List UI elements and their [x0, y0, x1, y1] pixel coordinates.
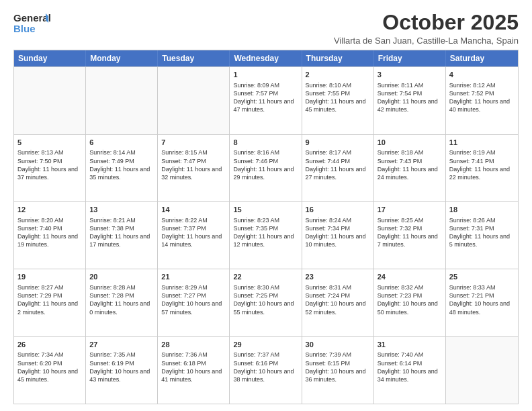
- cell-content: Sunrise: 8:30 AMSunset: 7:25 PMDaylight:…: [233, 283, 298, 316]
- day-number: 8: [233, 138, 298, 148]
- page: General Blue October 2025 Villarta de Sa…: [0, 0, 532, 411]
- calendar-row: 26Sunrise: 7:34 AMSunset: 6:20 PMDayligh…: [14, 336, 518, 404]
- calendar-cell: 20Sunrise: 8:28 AMSunset: 7:28 PMDayligh…: [86, 269, 158, 336]
- calendar-row: 5Sunrise: 8:13 AMSunset: 7:50 PMDaylight…: [14, 134, 518, 201]
- cell-content: Sunrise: 7:36 AMSunset: 6:18 PMDaylight:…: [161, 351, 226, 383]
- cell-content: Sunrise: 8:16 AMSunset: 7:46 PMDaylight:…: [233, 148, 298, 181]
- day-number: 30: [306, 340, 370, 350]
- calendar-header: SundayMondayTuesdayWednesdayThursdayFrid…: [14, 50, 518, 66]
- calendar-cell: 7Sunrise: 8:15 AMSunset: 7:47 PMDaylight…: [158, 135, 230, 201]
- calendar-day-header: Sunday: [14, 50, 86, 66]
- day-number: 26: [17, 340, 82, 350]
- day-number: 13: [89, 205, 154, 215]
- calendar-cell: 21Sunrise: 8:29 AMSunset: 7:27 PMDayligh…: [158, 269, 230, 336]
- calendar-day-header: Friday: [374, 50, 446, 66]
- logo-svg: General Blue: [13, 11, 51, 35]
- calendar-day-header: Wednesday: [230, 50, 302, 66]
- day-number: 19: [17, 272, 82, 282]
- calendar-cell: 13Sunrise: 8:21 AMSunset: 7:38 PMDayligh…: [86, 202, 158, 269]
- month-title: October 2025: [334, 11, 519, 34]
- cell-content: Sunrise: 8:11 AMSunset: 7:54 PMDaylight:…: [378, 81, 442, 114]
- day-number: 7: [161, 138, 226, 148]
- day-number: 31: [378, 340, 442, 350]
- calendar-cell: 5Sunrise: 8:13 AMSunset: 7:50 PMDaylight…: [14, 135, 86, 201]
- day-number: 16: [306, 205, 370, 215]
- calendar-cell: 15Sunrise: 8:23 AMSunset: 7:35 PMDayligh…: [230, 202, 302, 269]
- day-number: 9: [306, 138, 370, 148]
- day-number: 29: [233, 340, 298, 350]
- cell-content: Sunrise: 8:27 AMSunset: 7:29 PMDaylight:…: [17, 283, 82, 316]
- calendar-cell: 2Sunrise: 8:10 AMSunset: 7:55 PMDaylight…: [302, 67, 374, 134]
- day-number: 3: [378, 70, 442, 80]
- calendar-cell: 24Sunrise: 8:32 AMSunset: 7:23 PMDayligh…: [374, 269, 446, 336]
- calendar-cell: 23Sunrise: 8:31 AMSunset: 7:24 PMDayligh…: [302, 269, 374, 336]
- day-number: 18: [449, 205, 515, 215]
- calendar-cell: 26Sunrise: 7:34 AMSunset: 6:20 PMDayligh…: [14, 337, 86, 404]
- day-number: 20: [89, 272, 154, 282]
- calendar-cell: [446, 337, 518, 404]
- cell-content: Sunrise: 8:32 AMSunset: 7:23 PMDaylight:…: [378, 283, 442, 316]
- cell-content: Sunrise: 8:31 AMSunset: 7:24 PMDaylight:…: [306, 283, 370, 316]
- day-number: 22: [233, 272, 298, 282]
- cell-content: Sunrise: 8:17 AMSunset: 7:44 PMDaylight:…: [306, 148, 370, 181]
- calendar-row: 1Sunrise: 8:09 AMSunset: 7:57 PMDaylight…: [14, 66, 518, 134]
- cell-content: Sunrise: 7:40 AMSunset: 6:14 PMDaylight:…: [378, 351, 442, 383]
- calendar-cell: 28Sunrise: 7:36 AMSunset: 6:18 PMDayligh…: [158, 337, 230, 404]
- cell-content: Sunrise: 8:21 AMSunset: 7:38 PMDaylight:…: [89, 216, 154, 249]
- calendar-row: 12Sunrise: 8:20 AMSunset: 7:40 PMDayligh…: [14, 201, 518, 269]
- cell-content: Sunrise: 8:33 AMSunset: 7:21 PMDaylight:…: [449, 283, 515, 316]
- calendar-day-header: Tuesday: [158, 50, 230, 66]
- day-number: 28: [161, 340, 226, 350]
- day-number: 14: [161, 205, 226, 215]
- calendar-cell: 3Sunrise: 8:11 AMSunset: 7:54 PMDaylight…: [374, 67, 446, 134]
- calendar-cell: 22Sunrise: 8:30 AMSunset: 7:25 PMDayligh…: [230, 269, 302, 336]
- cell-content: Sunrise: 8:10 AMSunset: 7:55 PMDaylight:…: [306, 81, 370, 114]
- day-number: 10: [378, 138, 442, 148]
- calendar-cell: 16Sunrise: 8:24 AMSunset: 7:34 PMDayligh…: [302, 202, 374, 269]
- day-number: 11: [449, 138, 515, 148]
- cell-content: Sunrise: 8:14 AMSunset: 7:49 PMDaylight:…: [89, 148, 154, 181]
- cell-content: Sunrise: 8:19 AMSunset: 7:41 PMDaylight:…: [449, 148, 515, 181]
- cell-content: Sunrise: 7:34 AMSunset: 6:20 PMDaylight:…: [17, 351, 82, 383]
- calendar-cell: 14Sunrise: 8:22 AMSunset: 7:37 PMDayligh…: [158, 202, 230, 269]
- day-number: 1: [233, 70, 298, 80]
- calendar-cell: 12Sunrise: 8:20 AMSunset: 7:40 PMDayligh…: [14, 202, 86, 269]
- calendar-cell: 1Sunrise: 8:09 AMSunset: 7:57 PMDaylight…: [230, 67, 302, 134]
- header-right: October 2025 Villarta de San Juan, Casti…: [334, 11, 519, 46]
- location: Villarta de San Juan, Castille-La Mancha…: [334, 36, 519, 46]
- svg-text:Blue: Blue: [13, 23, 36, 34]
- day-number: 15: [233, 205, 298, 215]
- calendar-cell: 11Sunrise: 8:19 AMSunset: 7:41 PMDayligh…: [446, 135, 518, 201]
- calendar-cell: 18Sunrise: 8:26 AMSunset: 7:31 PMDayligh…: [446, 202, 518, 269]
- logo: General Blue: [13, 11, 51, 35]
- calendar-cell: 30Sunrise: 7:39 AMSunset: 6:15 PMDayligh…: [302, 337, 374, 404]
- cell-content: Sunrise: 8:22 AMSunset: 7:37 PMDaylight:…: [161, 216, 226, 249]
- day-number: 5: [17, 138, 82, 148]
- cell-content: Sunrise: 8:23 AMSunset: 7:35 PMDaylight:…: [233, 216, 298, 249]
- cell-content: Sunrise: 8:29 AMSunset: 7:27 PMDaylight:…: [161, 283, 226, 316]
- header: General Blue October 2025 Villarta de Sa…: [13, 11, 519, 46]
- calendar-body: 1Sunrise: 8:09 AMSunset: 7:57 PMDaylight…: [14, 66, 518, 404]
- cell-content: Sunrise: 8:18 AMSunset: 7:43 PMDaylight:…: [378, 148, 442, 181]
- cell-content: Sunrise: 8:24 AMSunset: 7:34 PMDaylight:…: [306, 216, 370, 249]
- cell-content: Sunrise: 8:15 AMSunset: 7:47 PMDaylight:…: [161, 148, 226, 181]
- cell-content: Sunrise: 7:35 AMSunset: 6:19 PMDaylight:…: [89, 351, 154, 383]
- calendar-cell: 29Sunrise: 7:37 AMSunset: 6:16 PMDayligh…: [230, 337, 302, 404]
- calendar-row: 19Sunrise: 8:27 AMSunset: 7:29 PMDayligh…: [14, 269, 518, 336]
- calendar-cell: 25Sunrise: 8:33 AMSunset: 7:21 PMDayligh…: [446, 269, 518, 336]
- calendar-cell: 27Sunrise: 7:35 AMSunset: 6:19 PMDayligh…: [86, 337, 158, 404]
- day-number: 12: [17, 205, 82, 215]
- calendar-cell: [14, 67, 86, 134]
- day-number: 2: [306, 70, 370, 80]
- day-number: 24: [378, 272, 442, 282]
- calendar-cell: [158, 67, 230, 134]
- cell-content: Sunrise: 7:39 AMSunset: 6:15 PMDaylight:…: [306, 351, 370, 383]
- cell-content: Sunrise: 8:13 AMSunset: 7:50 PMDaylight:…: [17, 148, 82, 181]
- cell-content: Sunrise: 8:20 AMSunset: 7:40 PMDaylight:…: [17, 216, 82, 249]
- day-number: 17: [378, 205, 442, 215]
- cell-content: Sunrise: 7:37 AMSunset: 6:16 PMDaylight:…: [233, 351, 298, 383]
- calendar-cell: 19Sunrise: 8:27 AMSunset: 7:29 PMDayligh…: [14, 269, 86, 336]
- svg-text:General: General: [13, 12, 51, 24]
- calendar-cell: [86, 67, 158, 134]
- calendar-day-header: Saturday: [446, 50, 518, 66]
